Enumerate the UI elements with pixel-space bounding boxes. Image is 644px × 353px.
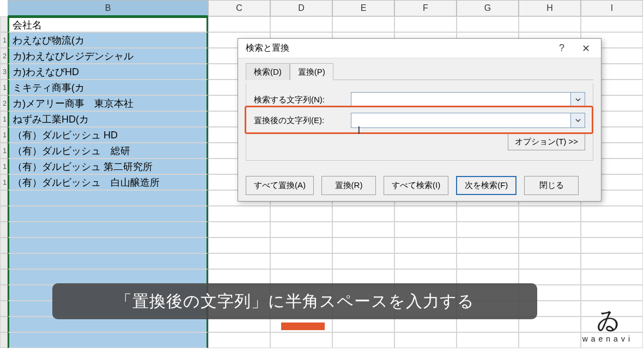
cell[interactable] [270,206,332,222]
cell-B[interactable]: （有）ダルビッシュ HD [8,127,208,143]
column-header-D[interactable]: D [270,0,332,16]
cell[interactable] [270,238,332,253]
options-button[interactable]: オプション(T) >> [508,133,585,150]
cell[interactable] [332,238,394,253]
cell[interactable] [457,332,519,348]
cell-B[interactable]: （有）ダルビッシュ 第二研究所 [8,159,208,174]
row-number[interactable] [0,16,8,32]
cell[interactable] [270,222,332,238]
cell[interactable] [332,332,394,348]
cell[interactable] [581,285,643,301]
cell[interactable] [332,269,394,285]
cell-B[interactable]: （有）ダルビッシュ 白山醸造所 [8,174,208,190]
cell-B[interactable] [8,206,208,222]
row-number[interactable] [0,222,8,238]
cell[interactable] [519,206,581,222]
cell[interactable] [332,253,394,269]
cell-B[interactable]: わえなび物流(カ [8,32,208,48]
cell[interactable] [519,16,581,32]
find-dropdown-icon[interactable] [571,92,585,107]
cell[interactable] [208,332,270,348]
help-icon[interactable]: ? [554,41,569,56]
column-header-E[interactable]: E [332,0,394,16]
cell[interactable] [519,253,581,269]
row-number[interactable] [0,317,8,332]
row-number[interactable]: 3 [0,64,8,80]
row-number[interactable]: 1 [0,159,8,174]
cell[interactable] [581,16,643,32]
cell[interactable] [394,222,457,238]
cell[interactable] [394,253,457,269]
close-button[interactable]: 閉じる [524,176,579,195]
column-header-H[interactable]: H [519,0,581,16]
tab-replace[interactable]: 置換(P) [290,63,333,80]
tab-find[interactable]: 検索(D) [246,63,290,80]
cell-B[interactable]: カ)メアリー商事 東京本社 [8,95,208,111]
cell[interactable] [394,269,457,285]
cell[interactable] [332,206,394,222]
cell[interactable] [394,206,457,222]
cell-B[interactable]: カ)わえなびレジデンシャル [8,48,208,64]
cell[interactable] [270,16,332,32]
replace-input[interactable] [351,113,571,128]
column-header-I[interactable]: I [581,0,643,16]
row-number[interactable] [0,253,8,269]
cell[interactable] [270,253,332,269]
cell-B[interactable]: ミキティ商事(カ [8,80,208,95]
close-icon[interactable]: ✕ [575,41,597,56]
row-number[interactable] [0,332,8,348]
cell[interactable] [457,238,519,253]
cell-B[interactable] [8,269,208,285]
column-header-G[interactable]: G [457,0,519,16]
cell[interactable] [519,269,581,285]
row-number[interactable]: 1 [0,127,8,143]
row-number[interactable] [0,301,8,317]
cell-B[interactable] [8,190,208,206]
cell[interactable] [457,269,519,285]
cell[interactable] [457,222,519,238]
row-number[interactable]: 2 [0,95,8,111]
find-input[interactable] [351,92,571,107]
cell-B[interactable] [8,222,208,238]
find-all-button[interactable]: すべて検索(I) [384,176,448,195]
column-header-B[interactable]: B [8,0,208,16]
row-number[interactable]: 2 [0,48,8,64]
cell[interactable] [581,222,643,238]
row-number[interactable]: 1 [0,143,8,159]
cell[interactable] [581,206,643,222]
row-number[interactable]: 1 [0,32,8,48]
cell-B[interactable] [8,332,208,348]
cell[interactable] [394,332,457,348]
cell[interactable] [270,269,332,285]
cell-B[interactable] [8,238,208,253]
column-header-F[interactable]: F [394,0,457,16]
cell[interactable] [457,253,519,269]
cell[interactable] [208,269,270,285]
column-header-C[interactable]: C [208,0,270,16]
cell-B[interactable]: 会社名 [8,16,208,32]
row-number[interactable] [0,269,8,285]
cell[interactable] [208,16,270,32]
row-number[interactable]: 1 [0,111,8,127]
row-number[interactable] [0,285,8,301]
cell[interactable] [394,16,457,32]
cell[interactable] [208,222,270,238]
replace-all-button[interactable]: すべて置換(A) [246,176,314,195]
replace-dropdown-icon[interactable] [571,113,585,128]
row-number[interactable]: 1 [0,80,8,95]
cell[interactable] [581,238,643,253]
cell[interactable] [270,332,332,348]
cell[interactable] [394,238,457,253]
row-number[interactable] [0,190,8,206]
cell[interactable] [332,222,394,238]
cell-B[interactable]: カ)わえなびHD [8,64,208,80]
cell-B[interactable]: ねずみ工業HD(カ [8,111,208,127]
cell[interactable] [208,253,270,269]
find-next-button[interactable]: 次を検索(F) [456,176,517,195]
replace-button[interactable]: 置換(R) [321,176,376,195]
cell[interactable] [208,206,270,222]
cell[interactable] [457,16,519,32]
cell[interactable] [208,238,270,253]
dialog-titlebar[interactable]: 検索と置換 ? ✕ [238,39,601,58]
cell-B[interactable]: （有）ダルビッシュ 総研 [8,143,208,159]
